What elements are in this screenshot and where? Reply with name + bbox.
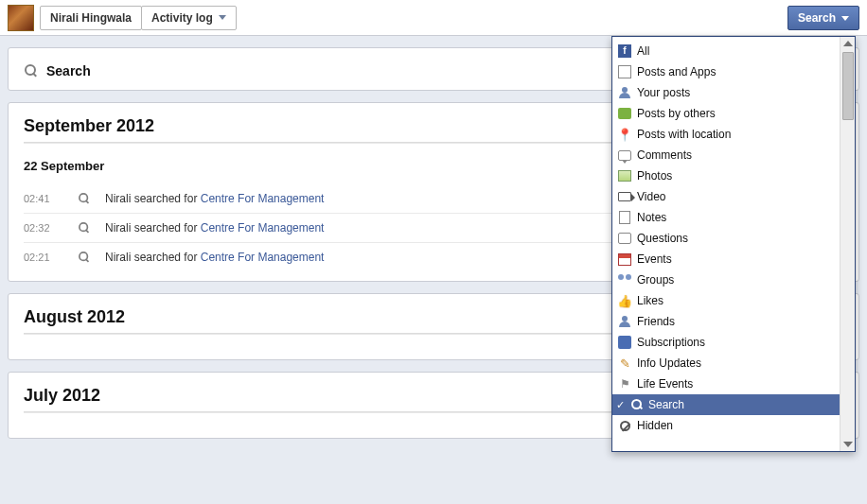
activity-link[interactable]: Centre For Management [201, 221, 325, 235]
filter-option-label: Posts by others [637, 107, 716, 120]
filter-option-likes[interactable]: 👍Likes [612, 290, 840, 311]
filter-option-label: Posts with location [637, 128, 731, 141]
filter-option-info-updates[interactable]: ✎Info Updates [612, 353, 840, 374]
profile-name-button[interactable]: Nirali Hingwala [40, 6, 142, 30]
rss-icon [617, 335, 632, 350]
filter-option-posts-with-location[interactable]: 📍Posts with location [612, 124, 840, 145]
comment-icon [617, 148, 632, 163]
filter-option-video[interactable]: Video [612, 186, 840, 207]
filter-option-label: Photos [637, 169, 672, 182]
pencil-icon: ✎ [617, 356, 632, 371]
activity-time: 02:32 [24, 222, 77, 234]
activity-text: Nirali searched for Centre For Managemen… [105, 251, 324, 264]
activity-log-label: Activity log [151, 11, 213, 25]
filter-dropdown-list: fAllPosts and AppsYour postsPosts by oth… [612, 37, 840, 451]
filter-option-label: Life Events [637, 377, 693, 391]
search-icon [629, 397, 645, 412]
post-icon [617, 64, 632, 79]
filter-option-posts-and-apps[interactable]: Posts and Apps [612, 61, 840, 82]
filter-option-label: Events [637, 252, 672, 266]
search-icon [78, 192, 91, 205]
scrollbar[interactable] [840, 37, 855, 451]
activity-prefix: Nirali searched for [105, 192, 201, 205]
filter-option-label: Notes [637, 211, 666, 224]
filter-option-posts-by-others[interactable]: Posts by others [612, 103, 840, 124]
filter-dropdown-button[interactable]: Search [787, 6, 859, 30]
filter-option-label: Search [648, 398, 684, 411]
filter-option-subscriptions[interactable]: Subscriptions [612, 332, 840, 353]
filter-option-label: Posts and Apps [637, 65, 716, 78]
profile-avatar[interactable] [8, 5, 34, 31]
calendar-icon [617, 252, 632, 267]
activity-text: Nirali searched for Centre For Managemen… [105, 192, 324, 205]
scroll-thumb[interactable] [842, 52, 854, 120]
photo-icon [617, 168, 632, 183]
person-icon [617, 314, 632, 329]
filter-option-label: All [637, 44, 649, 58]
filter-option-label: Likes [637, 294, 664, 307]
filter-option-label: Groups [637, 273, 674, 287]
filter-option-comments[interactable]: Comments [612, 145, 840, 165]
top-bar: Nirali Hingwala Activity log Search [0, 0, 867, 36]
activity-prefix: Nirali searched for [105, 221, 201, 235]
filter-option-friends[interactable]: Friends [612, 311, 840, 332]
flag-icon: ⚑ [617, 376, 632, 391]
activity-time: 02:41 [24, 193, 77, 204]
activity-link[interactable]: Centre For Management [201, 251, 325, 264]
like-icon: 👍 [617, 293, 632, 308]
search-icon [24, 63, 39, 78]
activity-log-button[interactable]: Activity log [141, 6, 237, 30]
facebook-icon: f [617, 43, 632, 59]
activity-prefix: Nirali searched for [105, 251, 201, 264]
filter-option-hidden[interactable]: Hidden [612, 415, 840, 436]
filter-option-notes[interactable]: Notes [612, 207, 840, 228]
activity-link[interactable]: Centre For Management [201, 192, 325, 205]
filter-option-questions[interactable]: Questions [612, 228, 840, 249]
filter-option-your-posts[interactable]: Your posts [612, 82, 840, 103]
search-summary-left: Search [24, 63, 91, 78]
scroll-down-arrow-icon[interactable] [843, 442, 853, 447]
person-icon [617, 85, 632, 100]
filter-option-label: Hidden [637, 419, 673, 432]
filter-option-search[interactable]: Search [612, 394, 840, 415]
groups-icon [617, 272, 632, 287]
filter-option-all[interactable]: fAll [612, 41, 840, 61]
question-icon [617, 231, 632, 246]
filter-option-label: Friends [637, 315, 675, 328]
activity-time: 02:21 [24, 252, 77, 263]
search-icon [78, 251, 91, 264]
location-pin-icon: 📍 [617, 127, 632, 142]
filter-dropdown-menu: fAllPosts and AppsYour postsPosts by oth… [611, 36, 856, 452]
filter-option-label: Comments [637, 148, 692, 162]
filter-option-life-events[interactable]: ⚑Life Events [612, 374, 840, 394]
note-icon [617, 210, 632, 225]
filter-option-events[interactable]: Events [612, 249, 840, 269]
video-icon [617, 189, 632, 204]
filter-option-groups[interactable]: Groups [612, 269, 840, 290]
filter-option-label: Your posts [637, 86, 690, 99]
search-icon [78, 221, 91, 235]
chevron-down-icon [219, 15, 226, 20]
scroll-up-arrow-icon[interactable] [843, 41, 853, 46]
hidden-icon [617, 418, 632, 433]
chevron-down-icon [841, 16, 849, 21]
filter-option-photos[interactable]: Photos [612, 165, 840, 186]
activity-text: Nirali searched for Centre For Managemen… [105, 221, 324, 235]
filter-option-label: Questions [637, 232, 688, 245]
filter-dropdown-label: Search [798, 11, 836, 25]
posts-by-others-icon [617, 106, 632, 121]
profile-name-label: Nirali Hingwala [50, 11, 132, 25]
search-summary-title: Search [46, 63, 91, 78]
filter-option-label: Video [637, 190, 665, 203]
filter-option-label: Info Updates [637, 356, 701, 370]
filter-option-label: Subscriptions [637, 336, 705, 349]
